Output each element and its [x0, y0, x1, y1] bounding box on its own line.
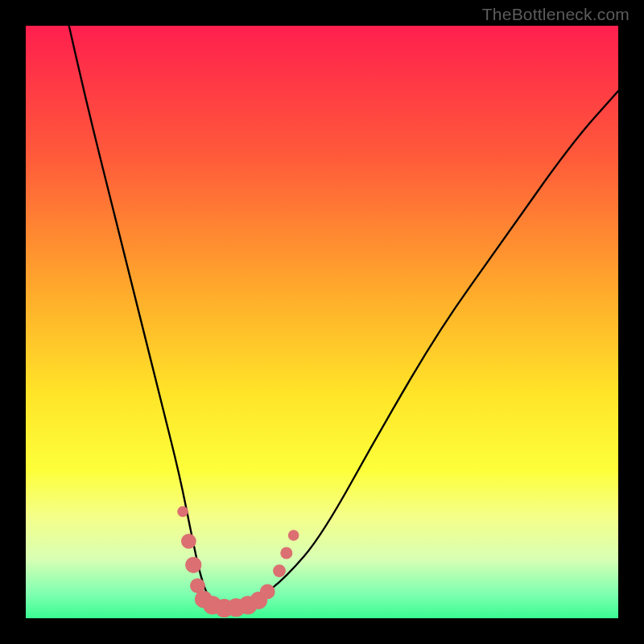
curve-marker [182, 534, 196, 548]
curve-marker [260, 584, 275, 599]
plot-area [26, 26, 618, 618]
curve-marker [288, 530, 299, 541]
bottleneck-curve [26, 26, 618, 618]
curve-marker [281, 547, 292, 559]
curve-marker [186, 557, 201, 572]
curve-marker [274, 565, 286, 577]
curve-marker [178, 506, 188, 517]
watermark-text: TheBottleneck.com [482, 5, 630, 24]
chart-frame: TheBottleneck.com [0, 0, 644, 644]
